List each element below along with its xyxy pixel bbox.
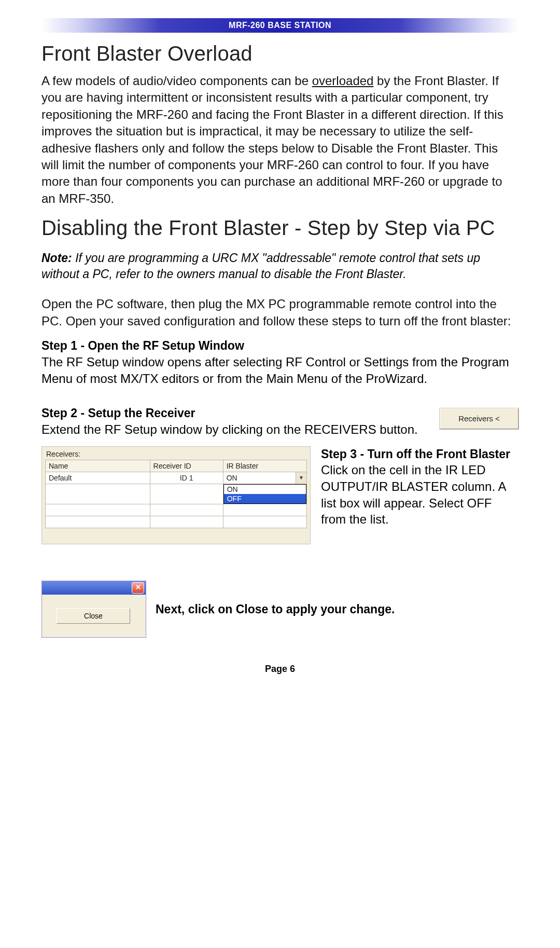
step3-text-block: Step 3 - Turn off the Front Blaster Clic… bbox=[321, 446, 519, 528]
dialog-body: Close bbox=[42, 595, 146, 637]
step3-title: Step 3 - Turn off the Front Blaster bbox=[321, 446, 519, 462]
dropdown-list-row: ON OFF bbox=[46, 484, 307, 504]
table-row: Default ID 1 ON ▼ bbox=[46, 472, 307, 484]
dialog-titlebar: ✕ bbox=[42, 581, 146, 595]
intro-paragraph: Open the PC software, then plug the MX P… bbox=[41, 296, 519, 329]
overload-text-post: by the Front Blaster. If you are having … bbox=[41, 74, 503, 205]
receivers-grid-screenshot: Receivers: Name Receiver ID IR Blaster D… bbox=[41, 446, 311, 544]
receivers-button[interactable]: Receivers < bbox=[440, 408, 519, 429]
step2-body: Extend the RF Setup window by clicking o… bbox=[41, 421, 424, 438]
header-title: MRF-260 BASE STATION bbox=[229, 21, 331, 30]
col-ir-blaster: IR Blaster bbox=[223, 460, 306, 472]
col-receiver-id: Receiver ID bbox=[150, 460, 223, 472]
close-row: ✕ Close Next, click on Close to apply yo… bbox=[41, 581, 519, 638]
empty-cell bbox=[46, 484, 150, 504]
cell-name[interactable]: Default bbox=[46, 472, 150, 484]
cell-ir-blaster-dropdown[interactable]: ON ▼ bbox=[223, 472, 306, 484]
document-page: MRF-260 BASE STATION Front Blaster Overl… bbox=[0, 0, 560, 695]
note-body: If you are programming a URC MX "address… bbox=[41, 251, 480, 281]
overload-underlined-word: overloaded bbox=[312, 74, 374, 88]
empty-cell bbox=[150, 484, 223, 504]
close-caption: Next, click on Close to apply your chang… bbox=[156, 602, 395, 616]
cell-receiver-id[interactable]: ID 1 bbox=[150, 472, 223, 484]
note-label: Note: bbox=[41, 251, 72, 265]
overload-text-pre: A few models of audio/video components c… bbox=[41, 74, 312, 88]
step3-row: Receivers: Name Receiver ID IR Blaster D… bbox=[41, 446, 519, 544]
step3-body: Click on the cell in the IR LED OUTPUT/I… bbox=[321, 462, 519, 528]
dropdown-option-on[interactable]: ON bbox=[224, 485, 306, 494]
heading-front-blaster-overload: Front Blaster Overload bbox=[41, 42, 519, 65]
receivers-grid-label: Receivers: bbox=[46, 450, 307, 458]
step2-title: Step 2 - Setup the Receiver bbox=[41, 406, 424, 420]
receivers-table: Name Receiver ID IR Blaster Default ID 1… bbox=[45, 460, 307, 528]
table-row bbox=[46, 504, 307, 516]
close-button[interactable]: Close bbox=[57, 608, 130, 624]
chevron-down-icon[interactable]: ▼ bbox=[296, 472, 306, 484]
close-dialog-screenshot: ✕ Close bbox=[41, 581, 146, 638]
dropdown-option-off[interactable]: OFF bbox=[224, 494, 306, 503]
close-icon[interactable]: ✕ bbox=[132, 582, 144, 594]
note-paragraph: Note: If you are programming a URC MX "a… bbox=[41, 250, 519, 282]
heading-disabling-front-blaster: Disabling the Front Blaster - Step by St… bbox=[41, 216, 519, 240]
table-header-row: Name Receiver ID IR Blaster bbox=[46, 460, 307, 472]
step1-title: Step 1 - Open the RF Setup Window bbox=[41, 339, 519, 353]
step1-body: The RF Setup window opens after selectin… bbox=[41, 354, 519, 387]
page-header-bar: MRF-260 BASE STATION bbox=[41, 18, 519, 33]
dropdown-value: ON bbox=[223, 472, 306, 484]
col-name: Name bbox=[46, 460, 150, 472]
table-row bbox=[46, 516, 307, 528]
step2-text-block: Step 2 - Setup the Receiver Extend the R… bbox=[41, 398, 424, 441]
dropdown-list: ON OFF bbox=[223, 484, 306, 504]
page-footer: Page 6 bbox=[41, 664, 519, 675]
step2-row: Step 2 - Setup the Receiver Extend the R… bbox=[41, 398, 519, 441]
overload-paragraph: A few models of audio/video components c… bbox=[41, 73, 519, 207]
